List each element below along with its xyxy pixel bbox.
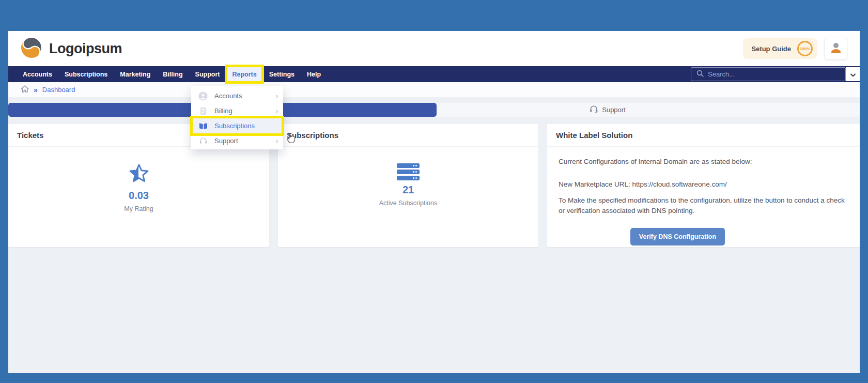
server-stack-icon [397,163,420,180]
reports-dropdown-menu: Accounts › Billing › [191,86,283,149]
nav-item-subscriptions[interactable]: Subscriptions [60,66,112,82]
app-window: Logoipsum Setup Guide 100% Accounts Subs… [8,31,860,373]
chevron-right-icon: › [276,137,278,145]
setup-guide-button[interactable]: Setup Guide 100% [743,38,817,59]
setup-guide-label: Setup Guide [751,45,791,53]
star-icon [128,163,150,186]
nav-item-accounts[interactable]: Accounts [18,66,57,82]
logo-mark-icon [21,37,42,60]
tab-strip: Support [8,103,860,117]
white-label-card-title: White Label Solution [547,124,860,147]
search-icon [696,70,704,79]
active-subscriptions-value: 21 [402,184,414,196]
headset-icon [198,137,208,145]
white-label-line2: New Marketplace URL: https://cloud.softw… [559,179,848,190]
subscriptions-card: Subscriptions 21 Active Subscriptions [278,124,538,247]
search-input[interactable] [708,70,840,78]
logo: Logoipsum [21,37,122,60]
user-circle-icon [198,91,208,101]
main-nav: Accounts Subscriptions Marketing Billing… [8,66,860,82]
search-bar [691,67,846,81]
nav-item-help[interactable]: Help [302,66,326,82]
nav-item-marketing[interactable]: Marketing [115,66,155,82]
menu-item-billing[interactable]: Billing › [191,103,283,118]
verify-dns-button[interactable]: Verify DNS Configuration [630,228,725,246]
hand-cursor-icon [285,132,296,146]
white-label-card: White Label Solution Current Configurati… [547,124,860,247]
nav-item-reports[interactable]: Reports [227,66,261,82]
menu-item-support[interactable]: Support › [191,133,283,148]
menu-item-subscriptions[interactable]: Subscriptions [191,118,283,133]
chevron-right-icon: › [276,92,278,100]
chevron-right-icon: › [276,107,278,115]
search-scope-select[interactable] [846,67,860,81]
headset-icon [590,105,598,115]
logo-text: Logoipsum [49,41,122,57]
tickets-rating-value: 0.03 [129,190,149,202]
tickets-rating-caption: My Rating [124,205,153,212]
menu-item-accounts[interactable]: Accounts › [191,88,283,103]
active-subscriptions-caption: Active Subscriptions [379,200,438,207]
content-area: Support Tickets 0.03 [8,98,860,373]
tab-support[interactable]: Support [590,103,626,117]
white-label-line3: To Make the specified modifications to t… [559,195,848,216]
nav-item-settings[interactable]: Settings [265,66,299,82]
header: Logoipsum Setup Guide 100% [8,31,860,66]
receipt-icon [198,107,208,115]
subscriptions-card-title: Subscriptions [278,124,538,147]
nav-item-support[interactable]: Support [191,66,225,82]
open-book-icon [198,122,208,130]
avatar-icon [829,41,843,56]
white-label-line1: Current Configurations of Internal Domai… [559,157,848,167]
chevron-down-icon [850,70,856,79]
user-avatar-button[interactable] [824,38,847,60]
breadcrumb: » Dashboard [8,82,860,98]
tab-support-label: Support [602,106,626,114]
breadcrumb-separator: » [34,86,38,94]
setup-progress-badge: 100% [797,41,813,56]
breadcrumb-current[interactable]: Dashboard [42,86,75,94]
nav-item-billing[interactable]: Billing [158,66,187,82]
home-icon[interactable] [21,85,29,95]
